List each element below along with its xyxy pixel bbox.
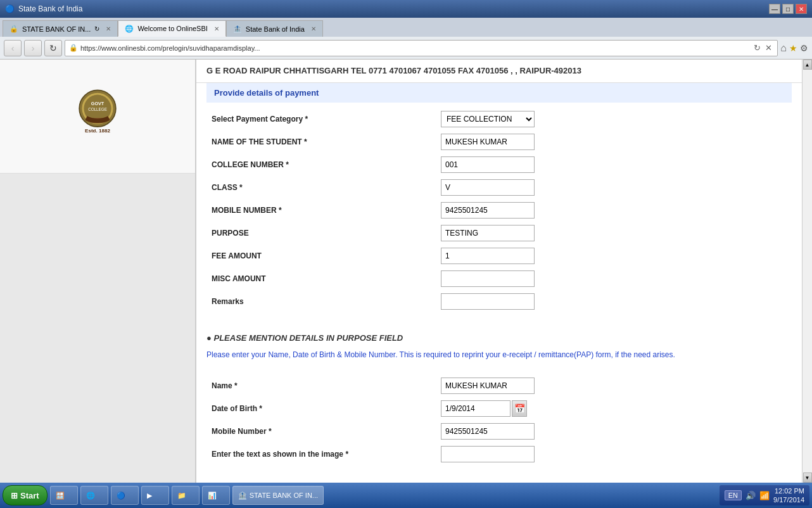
name-label: Name * xyxy=(206,381,441,390)
tray-icon-speaker: 🔊 xyxy=(745,491,756,500)
taskbar-app-5[interactable]: 📁 xyxy=(172,486,200,505)
app-icon-1: 🪟 xyxy=(56,492,65,500)
mobile-input2[interactable] xyxy=(441,423,535,440)
payment-category-row: Select Payment Category * FEE COLLECTION xyxy=(206,110,792,128)
address-actions: ↻ ✕ xyxy=(752,43,773,53)
mobile-number-input[interactable] xyxy=(441,202,535,219)
tab-welcome-onlinesbi[interactable]: 🌐 Welcome to OnlineSBI ✕ xyxy=(118,20,225,37)
misc-amount-label: MISC AMOUNT xyxy=(206,274,441,283)
mobile-number-label: MOBILE NUMBER * xyxy=(206,206,441,215)
address-refresh-icon[interactable]: ↻ xyxy=(752,43,762,53)
misc-amount-input[interactable] xyxy=(441,270,535,287)
taskbar-app-4[interactable]: ▶ xyxy=(141,486,169,505)
college-logo: GOVT COLLEGE Estd. 1882 xyxy=(72,87,123,146)
taskbar-app-6[interactable]: 📊 xyxy=(202,486,230,505)
address-close-icon[interactable]: ✕ xyxy=(764,43,773,53)
app-icon-3: 🔵 xyxy=(117,492,125,500)
titlebar: 🔵 State Bank of India — □ ✕ xyxy=(0,0,812,18)
address-text[interactable]: https://www.onlinesbi.com/prelogin/suvid… xyxy=(80,44,750,52)
nav-right: ⌂ ★ ⚙ xyxy=(780,42,808,54)
college-number-row: COLLEGE NUMBER * xyxy=(206,156,792,174)
tools-button[interactable]: ⚙ xyxy=(800,43,808,53)
back-button[interactable]: ‹ xyxy=(4,40,22,56)
start-icon: ⊞ xyxy=(11,491,18,500)
student-name-row: NAME OF THE STUDENT * xyxy=(206,133,792,151)
titlebar-controls: — □ ✕ xyxy=(769,4,807,14)
active-app-icon: 🏦 xyxy=(238,492,247,500)
left-sidebar: GOVT COLLEGE Estd. 1882 xyxy=(0,60,196,483)
payment-category-select[interactable]: FEE COLLECTION xyxy=(441,111,535,127)
lock-icon: 🔒 xyxy=(69,44,78,52)
captcha-row: Enter the text as shown in the image * xyxy=(206,445,792,463)
tab-sbi-prelogin[interactable]: 🔒 STATE BANK OF IN... ↻ ✕ xyxy=(3,20,118,37)
tab-label: Welcome to OnlineSBI xyxy=(137,25,207,32)
dob-label: Date of Birth * xyxy=(206,404,441,413)
taskbar-tray: EN 🔊 📶 12:02 PM 9/17/2014 xyxy=(720,485,809,505)
close-button[interactable]: ✕ xyxy=(796,4,807,14)
student-name-input[interactable] xyxy=(441,134,535,150)
maximize-button[interactable]: □ xyxy=(782,4,794,14)
remarks-label: Remarks xyxy=(206,297,441,306)
dob-input-wrap: 📅 xyxy=(441,400,527,417)
active-app-label: STATE BANK OF IN... xyxy=(250,492,318,499)
taskbar-app-2[interactable]: 🌐 xyxy=(80,486,108,505)
remarks-input[interactable] xyxy=(441,293,535,310)
svg-text:GOVT: GOVT xyxy=(91,101,105,106)
start-button[interactable]: ⊞ Start xyxy=(3,485,48,505)
class-input[interactable] xyxy=(441,179,535,196)
tab-label: STATE BANK OF IN... xyxy=(22,25,91,33)
notice-bullet: ● PLEASE MENTION DETAILS IN PURPOSE FIEL… xyxy=(206,333,792,343)
taskbar-active-app[interactable]: 🏦 STATE BANK OF IN... xyxy=(232,486,324,505)
college-header: G E ROAD RAIPUR CHHATTISGARH TEL 0771 47… xyxy=(196,60,802,83)
taskbar-app-3[interactable]: 🔵 xyxy=(111,486,139,505)
svg-text:Estd. 1882: Estd. 1882 xyxy=(85,128,110,134)
misc-amount-row: MISC AMOUNT xyxy=(206,270,792,288)
app-icon-5: 📁 xyxy=(177,492,186,500)
payment-category-select-wrap: FEE COLLECTION xyxy=(441,111,535,127)
taskbar-app-1[interactable]: 🪟 xyxy=(50,486,78,505)
language-indicator[interactable]: EN xyxy=(725,490,742,500)
page-content: GOVT COLLEGE Estd. 1882 G E ROAD RAIPUR … xyxy=(0,60,812,483)
dob-input[interactable] xyxy=(441,400,511,417)
captcha-input[interactable] xyxy=(441,446,535,462)
titlebar-left: 🔵 State Bank of India xyxy=(5,4,82,13)
fee-amount-input[interactable] xyxy=(441,248,535,264)
college-number-label: COLLEGE NUMBER * xyxy=(206,160,441,169)
start-label: Start xyxy=(20,491,39,500)
forward-button[interactable]: › xyxy=(24,40,42,56)
tab-close-icon[interactable]: ✕ xyxy=(214,25,219,32)
bottom-form: Name * Date of Birth * 📅 Mobile Number *… xyxy=(196,377,802,463)
tab-label: State Bank of India xyxy=(246,25,305,33)
scrollbar[interactable]: ▲ ▼ xyxy=(802,60,812,483)
app-icon-6: 📊 xyxy=(208,492,217,500)
favorites-button[interactable]: ★ xyxy=(789,43,797,53)
tray-clock: 12:02 PM 9/17/2014 xyxy=(773,486,804,505)
mobile-row2: Mobile Number * xyxy=(206,422,792,440)
class-label: CLASS * xyxy=(206,183,441,192)
tray-date-text: 9/17/2014 xyxy=(773,495,804,504)
main-content[interactable]: G E ROAD RAIPUR CHHATTISGARH TEL 0771 47… xyxy=(196,60,802,483)
college-number-input[interactable] xyxy=(441,156,535,173)
scroll-down-button[interactable]: ▼ xyxy=(803,473,812,483)
svg-text:COLLEGE: COLLEGE xyxy=(88,107,107,111)
minimize-button[interactable]: — xyxy=(769,4,780,14)
notice-text: Please enter your Name, Date of Birth & … xyxy=(206,349,792,360)
name-input[interactable] xyxy=(441,378,535,394)
refresh-button[interactable]: ↻ xyxy=(44,40,62,56)
tab-refresh-icon[interactable]: ↻ xyxy=(94,25,99,32)
purpose-row: PURPOSE xyxy=(206,224,792,242)
titlebar-title: State Bank of India xyxy=(18,4,82,13)
tab-close-icon[interactable]: ✕ xyxy=(311,25,316,32)
scroll-up-button[interactable]: ▲ xyxy=(803,60,812,70)
notice-section: ● PLEASE MENTION DETAILS IN PURPOSE FIEL… xyxy=(196,326,802,377)
tab-close-icon[interactable]: ✕ xyxy=(106,25,111,32)
mobile-label2: Mobile Number * xyxy=(206,427,441,436)
address-bar: 🔒 https://www.onlinesbi.com/prelogin/suv… xyxy=(65,40,778,56)
calendar-button[interactable]: 📅 xyxy=(512,400,527,417)
payment-category-label: Select Payment Category * xyxy=(206,115,441,124)
student-name-label: NAME OF THE STUDENT * xyxy=(206,137,441,146)
home-button[interactable]: ⌂ xyxy=(780,42,787,54)
purpose-input[interactable] xyxy=(441,225,535,241)
tab-state-bank[interactable]: 🏦 State Bank of India ✕ xyxy=(226,20,323,37)
fee-amount-label: FEE AMOUNT xyxy=(206,251,441,260)
